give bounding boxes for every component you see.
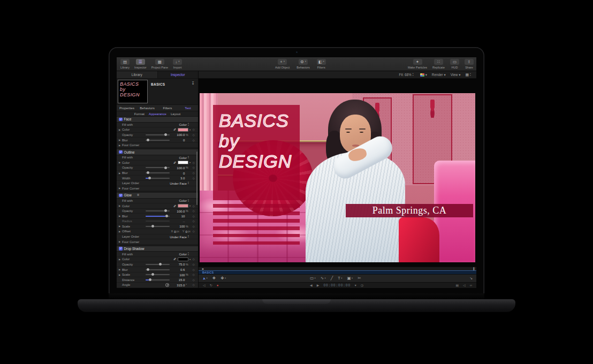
keyframe-diamond-icon[interactable]: ◇ xyxy=(191,177,196,180)
color-swatch[interactable] xyxy=(178,204,188,208)
skip-start-icon[interactable]: ◀ xyxy=(310,284,313,287)
panel-scrollbar[interactable] xyxy=(196,151,198,205)
param-slider[interactable] xyxy=(146,167,170,168)
pan-tool[interactable]: ✥▾ xyxy=(221,276,226,280)
checkbox-outline[interactable]: ✓ xyxy=(119,150,123,154)
param-slider[interactable] xyxy=(146,221,170,222)
slider-knob[interactable] xyxy=(151,225,154,228)
keyframe-diamond-icon[interactable]: ◇ xyxy=(191,268,196,271)
eyedropper-icon[interactable]: ✎ xyxy=(172,258,177,261)
toolbar-inspector-button[interactable]: ☰Inspector xyxy=(134,59,147,69)
pin-icon[interactable]: ↧ xyxy=(191,81,195,86)
tab-text[interactable]: Text xyxy=(178,105,198,111)
fit-zoom-control[interactable]: Fit: 68%▴▾ xyxy=(399,73,415,77)
link-button[interactable]: ∞ xyxy=(470,284,472,287)
param-slider[interactable] xyxy=(146,178,170,179)
panel-tab-inspector[interactable]: Inspector xyxy=(158,71,199,78)
stepper-icon[interactable]: ▴▾ xyxy=(188,156,191,160)
slider-knob[interactable] xyxy=(149,278,151,281)
param-value[interactable]: 75.0 xyxy=(172,262,185,266)
toolbar-hud-button[interactable]: ▭HUD xyxy=(450,59,459,69)
tab-behaviors[interactable]: Behaviors xyxy=(137,105,157,111)
dropdown-value[interactable]: Under Face xyxy=(170,181,187,185)
eyedropper-icon[interactable]: ✎ xyxy=(172,161,177,164)
toolbar-project-pane-button[interactable]: ▦Project Pane xyxy=(151,59,169,69)
keyframe-diamond-icon[interactable]: ◇ xyxy=(191,133,196,136)
toolbar-filters-button[interactable]: ◧▾Filters xyxy=(317,59,326,69)
select-tool[interactable]: ➤▾ xyxy=(202,277,208,280)
color-swatch[interactable] xyxy=(178,257,188,261)
stepper-icon[interactable]: ▴▾ xyxy=(188,252,191,256)
param-value[interactable]: 0 xyxy=(172,138,185,142)
param-slider[interactable] xyxy=(146,269,170,270)
param-value[interactable]: 315.0 xyxy=(172,283,185,287)
clock-icon[interactable]: ◷ xyxy=(361,284,363,287)
bezier-tool[interactable]: ∿▾ xyxy=(321,276,326,280)
slider-knob[interactable] xyxy=(147,139,149,141)
line-tool[interactable]: ╱ xyxy=(331,276,333,280)
keyframe-diamond-icon[interactable]: ◇ xyxy=(191,204,196,208)
stepper-icon[interactable]: ▴▾ xyxy=(188,123,191,126)
eyedropper-icon[interactable]: ✎ xyxy=(172,204,177,207)
slider-knob[interactable] xyxy=(164,166,167,169)
x-value[interactable]: 0 xyxy=(174,230,176,233)
y-value[interactable]: 0 xyxy=(186,230,187,233)
subtab-layout[interactable]: Layout xyxy=(171,111,180,116)
checkbox-glow[interactable]: ✓ xyxy=(119,194,123,198)
timeline-ruler[interactable]: ◆ ▐ xyxy=(199,267,476,270)
slider-knob[interactable] xyxy=(159,263,162,266)
slider-knob[interactable] xyxy=(164,209,167,212)
dropdown-value[interactable]: Color xyxy=(179,156,187,160)
checkbox-face[interactable]: ✓ xyxy=(119,118,123,122)
subtab-format[interactable]: Format xyxy=(134,111,145,116)
slider-knob[interactable] xyxy=(147,171,149,174)
keyframe-diamond-icon[interactable]: ◇ xyxy=(191,263,196,266)
object-thumbnail[interactable]: BASICSbyDESIGN xyxy=(118,80,148,103)
param-value[interactable]: 0 xyxy=(172,171,185,175)
toolbar-replicate-button[interactable]: ∷Replicate xyxy=(432,59,445,69)
mask-tool[interactable]: ▣▾ xyxy=(347,276,353,280)
keyframe-diamond-icon[interactable]: ◇ xyxy=(191,278,196,282)
param-value[interactable]: 10 xyxy=(172,214,185,218)
param-slider[interactable] xyxy=(146,172,170,173)
timeline-view-button[interactable]: ▤ xyxy=(455,284,459,287)
red-overlay-stripes[interactable] xyxy=(213,196,300,246)
dropdown-value[interactable]: Under Face xyxy=(170,235,187,239)
keyframe-diamond-icon[interactable]: ◇ xyxy=(191,257,196,261)
keyframe-diamond-icon[interactable]: ◇ xyxy=(191,171,196,175)
param-value[interactable]: -- xyxy=(172,219,185,223)
resize-arrow-icon[interactable]: ↘ xyxy=(469,276,473,280)
title-text-object[interactable]: BASICSbyDESIGN xyxy=(219,110,292,171)
param-slider[interactable] xyxy=(146,140,170,141)
keyframe-diamond-icon[interactable]: ◇ xyxy=(191,161,196,164)
toolbar-behaviors-button[interactable]: ⚙▾Behaviors xyxy=(296,59,309,69)
transform-tool[interactable]: ❖ xyxy=(212,276,216,280)
glow-options-icon[interactable]: ≣ xyxy=(137,194,140,197)
param-value[interactable]: 0.6 xyxy=(172,268,185,271)
param-value[interactable]: 100 xyxy=(172,224,185,228)
eyedropper-icon[interactable]: ✎ xyxy=(172,128,177,131)
keyframe-diamond-icon[interactable]: ◇ xyxy=(191,139,196,142)
param-value[interactable]: 15.0 xyxy=(172,278,185,282)
channels-control[interactable]: ▾ xyxy=(420,73,427,77)
keyframe-diamond-icon[interactable]: ◇ xyxy=(191,166,196,169)
stepper-icon[interactable]: ▴▾ xyxy=(188,199,191,203)
dropdown-value[interactable]: Color xyxy=(179,199,187,202)
layout-control[interactable]: ▦ ▴▾ xyxy=(465,73,473,77)
subtab-appearance[interactable]: Appearance xyxy=(149,111,166,116)
param-slider[interactable] xyxy=(146,216,170,217)
toolbar-add-object-button[interactable]: +▾Add Object xyxy=(275,59,290,69)
dropdown-value[interactable]: Color xyxy=(179,252,187,256)
color-swatch[interactable] xyxy=(178,128,188,132)
timeline-track[interactable]: BASICS xyxy=(199,270,476,274)
slider-knob[interactable] xyxy=(165,215,168,217)
keyframe-diamond-icon[interactable]: ◇ xyxy=(191,128,196,131)
slider-knob[interactable] xyxy=(147,268,149,271)
keyframe-diamond-icon[interactable]: ◇ xyxy=(191,215,196,218)
keyframe-diamond-icon[interactable]: ◇ xyxy=(191,225,196,228)
slider-knob[interactable] xyxy=(151,273,154,276)
param-slider[interactable] xyxy=(146,226,170,227)
param-slider[interactable] xyxy=(146,264,170,265)
param-slider[interactable] xyxy=(146,210,170,211)
stepper-icon[interactable]: ▴▾ xyxy=(188,235,191,239)
